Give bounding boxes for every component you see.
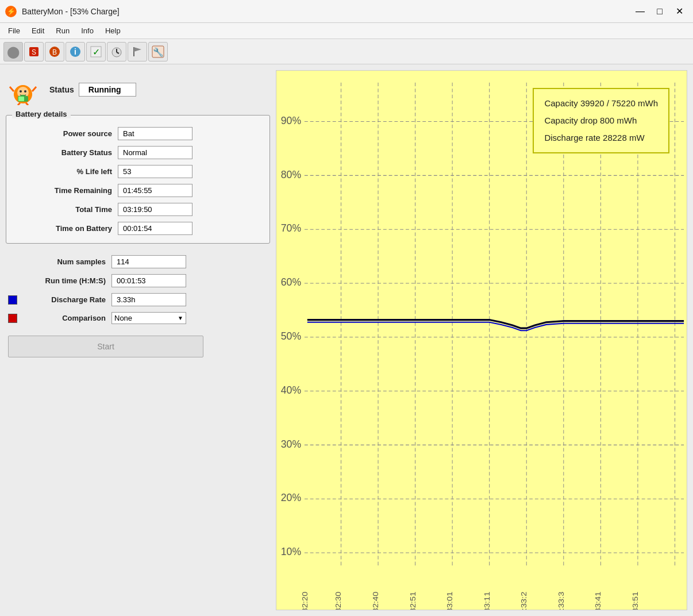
chart-panel: Capacity 39920 / 75220 mWh Capacity drop… — [276, 70, 687, 610]
toolbar-settings-button[interactable]: 🔧 — [148, 42, 168, 61]
detail-row-time-remaining: Time Remaining 01:45:55 — [14, 184, 261, 197]
svg-text:10%: 10% — [281, 546, 301, 558]
svg-text:12:33:3: 12:33:3 — [556, 592, 565, 610]
menu-bar: File Edit Run Info Help — [0, 23, 693, 39]
stat-row-discharge-rate: Discharge Rate 3.33h — [8, 293, 268, 306]
status-value-box: Running — [79, 83, 136, 97]
svg-line-26 — [26, 103, 28, 105]
title-bar-controls: — □ ✕ — [631, 3, 688, 20]
detail-row-time-on-battery: Time on Battery 00:01:54 — [14, 222, 261, 235]
svg-text:60%: 60% — [281, 276, 301, 288]
group-box-title: Battery details — [12, 110, 71, 118]
stat-row-comparison: Comparison None ▼ — [8, 312, 268, 324]
svg-text:✓: ✓ — [93, 47, 100, 57]
tooltip-line1: Capacity 39920 / 75220 mWh — [544, 95, 658, 112]
menu-edit[interactable]: Edit — [26, 25, 50, 37]
stats-section: Num samples 114 Run time (H:M:S) 00:01:5… — [6, 249, 270, 324]
toolbar-info-button[interactable]: i — [66, 42, 85, 61]
svg-text:50%: 50% — [281, 330, 301, 342]
discharge-rate-label: Discharge Rate — [21, 295, 106, 304]
menu-help[interactable]: Help — [99, 25, 126, 37]
title-bar-left: ⚡ BatteryMon - [53% Charge] — [5, 5, 120, 18]
svg-text:⚡: ⚡ — [7, 6, 16, 15]
close-button[interactable]: ✕ — [670, 3, 688, 20]
svg-line-20 — [10, 87, 14, 91]
total-time-value: 03:19:50 — [118, 203, 192, 216]
svg-point-18 — [20, 90, 22, 93]
battery-details-group: Battery details Power source Bat Battery… — [6, 115, 270, 244]
battery-status-label: Battery Status — [14, 148, 112, 157]
run-time-label: Run time (H:M:S) — [8, 276, 106, 285]
svg-text:🔧: 🔧 — [153, 47, 164, 57]
time-remaining-value: 01:45:55 — [118, 184, 192, 197]
stat-row-num-samples: Num samples 114 — [8, 255, 268, 268]
svg-text:80%: 80% — [281, 168, 301, 180]
battery-icon-area — [6, 72, 40, 107]
menu-file[interactable]: File — [2, 25, 26, 37]
svg-text:12:32:51: 12:32:51 — [408, 592, 417, 610]
maximize-button[interactable]: □ — [650, 3, 669, 20]
num-samples-value: 114 — [111, 255, 186, 268]
toolbar-timer-button[interactable] — [107, 42, 126, 61]
toolbar-btn3[interactable]: B — [45, 42, 64, 61]
toolbar-check-button[interactable]: ✓ — [86, 42, 106, 61]
time-remaining-label: Time Remaining — [14, 186, 112, 195]
title-bar: ⚡ BatteryMon - [53% Charge] — □ ✕ — [0, 0, 693, 23]
svg-rect-23 — [21, 95, 25, 97]
svg-text:12:32:40: 12:32:40 — [371, 592, 379, 610]
comparison-label: Comparison — [21, 314, 106, 322]
left-panel: Status Running Battery details Power sou… — [6, 70, 270, 610]
svg-point-19 — [24, 90, 26, 93]
svg-text:12:32:20: 12:32:20 — [300, 592, 309, 610]
detail-row-power-source: Power source Bat — [14, 127, 261, 140]
battery-icon — [7, 74, 38, 105]
svg-text:30%: 30% — [281, 438, 301, 450]
app-icon: ⚡ — [5, 5, 17, 18]
start-button[interactable]: Start — [8, 336, 203, 357]
num-samples-label: Num samples — [8, 257, 106, 266]
total-time-label: Total Time — [14, 205, 112, 214]
status-label-group: Status Running — [49, 83, 136, 97]
comparison-swatch — [8, 314, 17, 323]
svg-text:12:33:41: 12:33:41 — [594, 592, 602, 610]
toolbar-stop-button[interactable]: S — [24, 42, 44, 61]
svg-line-21 — [32, 87, 36, 91]
svg-text:12:32:30: 12:32:30 — [334, 592, 342, 610]
menu-info[interactable]: Info — [75, 25, 99, 37]
svg-text:12:33:01: 12:33:01 — [445, 592, 454, 610]
svg-text:S: S — [32, 48, 36, 56]
toolbar-record-button[interactable]: ⬤ — [3, 42, 23, 61]
detail-row-battery-status: Battery Status Normal — [14, 146, 261, 159]
svg-text:70%: 70% — [281, 222, 301, 234]
life-left-label: % Life left — [14, 167, 112, 176]
svg-text:i: i — [74, 47, 76, 56]
power-source-label: Power source — [14, 129, 112, 138]
svg-rect-24 — [18, 97, 24, 101]
toolbar: ⬤ S B i ✓ 🔧 — [0, 39, 693, 64]
comparison-select[interactable]: None ▼ — [111, 312, 186, 324]
svg-text:12:33:11: 12:33:11 — [482, 592, 491, 610]
main-content: Status Running Battery details Power sou… — [0, 64, 693, 616]
run-time-value: 00:01:53 — [111, 274, 186, 287]
discharge-rate-value: 3.33h — [111, 293, 186, 306]
svg-text:B: B — [52, 48, 57, 56]
menu-run[interactable]: Run — [50, 25, 75, 37]
tooltip-line2: Capacity drop 800 mWh — [544, 112, 658, 129]
svg-text:40%: 40% — [281, 384, 301, 396]
svg-text:12:33:51: 12:33:51 — [630, 592, 639, 610]
svg-text:90%: 90% — [281, 114, 301, 126]
button-row: Start — [6, 336, 270, 357]
power-source-value: Bat — [118, 127, 192, 140]
toolbar-flag-button[interactable] — [128, 42, 147, 61]
chart-tooltip: Capacity 39920 / 75220 mWh Capacity drop… — [533, 88, 669, 153]
chart-area: Capacity 39920 / 75220 mWh Capacity drop… — [276, 71, 687, 610]
svg-text:20%: 20% — [281, 492, 301, 504]
discharge-rate-swatch — [8, 295, 17, 305]
minimize-button[interactable]: — — [631, 3, 649, 20]
status-label: Status — [49, 85, 74, 94]
tooltip-line3: Discharge rate 28228 mW — [544, 129, 658, 147]
dropdown-arrow-icon: ▼ — [178, 315, 183, 321]
battery-status-value: Normal — [118, 146, 192, 159]
svg-text:12:33:2: 12:33:2 — [519, 592, 528, 610]
status-row: Status Running — [6, 70, 270, 109]
